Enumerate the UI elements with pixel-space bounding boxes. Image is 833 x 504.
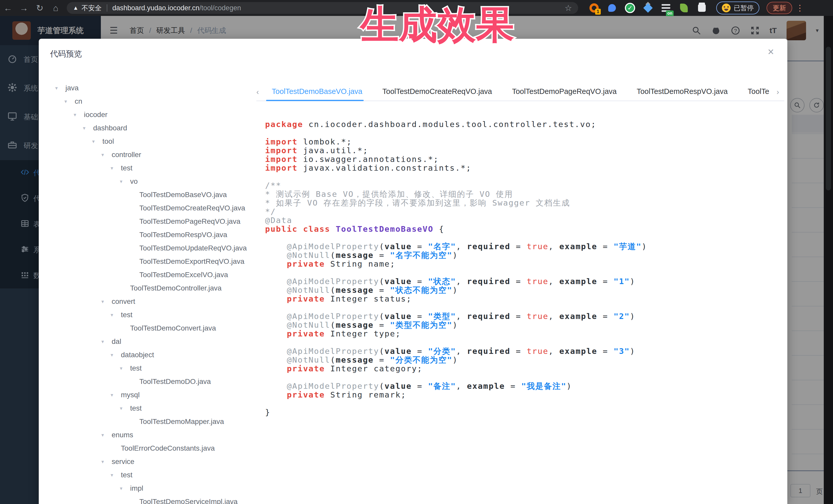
tab-file-4[interactable]: ToolTe <box>748 87 769 97</box>
caret-down-icon[interactable]: ▾ <box>120 365 130 371</box>
code-token: true <box>527 346 548 356</box>
tree-node-folder[interactable]: ▾dataobject <box>39 348 259 362</box>
tree-node-folder[interactable]: ▾test <box>39 162 259 175</box>
profile-paused-chip[interactable]: 已暂停 <box>716 2 759 15</box>
tree-node-file[interactable]: ToolTestDemoUpdateReqVO.java <box>39 241 259 255</box>
caret-down-icon[interactable]: ▾ <box>74 112 84 118</box>
code-token: "分类不能为空" <box>390 355 452 364</box>
code-token: "状态不能为空" <box>390 285 452 295</box>
forward-icon[interactable]: → <box>16 3 32 13</box>
tree-node-file[interactable]: ToolTestDemoConvert.java <box>39 321 259 335</box>
tree-node-file[interactable]: ToolTestDemoExcelVO.java <box>39 268 259 282</box>
tree-node-folder[interactable]: ▾test <box>39 308 259 321</box>
bookmark-star-icon[interactable]: ☆ <box>565 3 572 13</box>
extension-orange-ring-icon[interactable]: 1 <box>589 2 600 14</box>
caret-down-icon[interactable]: ▾ <box>101 152 112 158</box>
tree-node-folder[interactable]: ▾test <box>39 402 259 415</box>
code-line: @NotNull(message = "类型不能为空") <box>265 320 647 329</box>
caret-down-icon[interactable]: ▾ <box>111 392 121 398</box>
caret-down-icon[interactable]: ▾ <box>120 485 130 491</box>
code-token <box>265 277 287 286</box>
code-token <box>265 390 287 399</box>
code-token: public class <box>265 224 330 234</box>
tree-node-folder[interactable]: ▾service <box>39 455 259 468</box>
code-token: java.util.*; <box>298 146 368 155</box>
tree-node-file[interactable]: ToolTestDemoMapper.java <box>39 415 259 428</box>
extension-green-check-icon[interactable]: ✓ <box>624 2 636 14</box>
security-warning-icon[interactable]: ▲ <box>73 5 78 11</box>
tab-file-3[interactable]: ToolTestDemoRespVO.java <box>637 87 728 97</box>
code-token: ( <box>330 285 336 295</box>
tree-node-folder[interactable]: ▾enums <box>39 428 259 442</box>
tree-node-folder[interactable]: ▾controller <box>39 148 259 162</box>
caret-down-icon[interactable]: ▾ <box>101 459 112 465</box>
code-token: ( <box>330 320 336 330</box>
caret-down-icon[interactable]: ▾ <box>65 98 75 104</box>
caret-down-icon[interactable]: ▾ <box>101 432 112 438</box>
tree-node-folder[interactable]: ▾test <box>39 362 259 375</box>
tree-node-folder[interactable]: ▾test <box>39 468 259 482</box>
caret-down-icon[interactable]: ▾ <box>101 298 112 305</box>
caret-down-icon[interactable]: ▾ <box>83 125 93 131</box>
caret-down-icon[interactable]: ▾ <box>120 405 130 411</box>
code-line: import lombok.*; <box>265 137 647 146</box>
tree-node-file[interactable]: ToolTestDemoRespVO.java <box>39 228 259 241</box>
code-token: ) <box>630 346 636 356</box>
caret-down-icon[interactable]: ▾ <box>55 85 66 91</box>
tree-node-file[interactable]: ToolTestDemoCreateReqVO.java <box>39 201 259 215</box>
tree-node-file[interactable]: ToolTestDemoDO.java <box>39 375 259 388</box>
tab-file-1[interactable]: ToolTestDemoCreateReqVO.java <box>382 87 492 97</box>
caret-down-icon[interactable]: ▾ <box>101 338 112 345</box>
caret-down-icon[interactable]: ▾ <box>111 165 121 171</box>
caret-down-icon[interactable]: ▾ <box>111 472 121 478</box>
file-tabs-bar: ‹ ToolTestDemoBaseVO.javaToolTestDemoCre… <box>256 82 787 102</box>
tree-node-file[interactable]: ToolTestDemoController.java <box>39 282 259 295</box>
extension-blue-diamond-icon[interactable] <box>642 2 653 14</box>
extension-blue-drop-icon[interactable] <box>606 2 618 14</box>
tree-node-folder[interactable]: ▾tool <box>39 135 259 148</box>
code-token: import <box>265 163 298 172</box>
tree-node-label: enums <box>112 431 133 439</box>
tree-node-file[interactable]: ToolTestDemoExportReqVO.java <box>39 255 259 268</box>
close-icon[interactable]: × <box>767 46 774 57</box>
caret-down-icon[interactable]: ▾ <box>111 352 121 358</box>
code-line: @NotNull(message = "状态不能为空") <box>265 286 647 294</box>
app-viewport: 芋道管理系统 首页系统基础研发 代代表系数 ☰ 首页 / 研发工具 / 代码生成… <box>0 16 833 504</box>
tree-node-file[interactable]: ToolTestDemoPageReqVO.java <box>39 215 259 228</box>
caret-down-icon[interactable]: ▾ <box>120 178 130 185</box>
code-token: = <box>374 250 390 260</box>
caret-down-icon[interactable]: ▾ <box>111 312 121 318</box>
tree-node-folder[interactable]: ▾mysql <box>39 388 259 402</box>
code-token <box>265 355 287 364</box>
code-token: , <box>548 242 559 251</box>
code-token <box>265 320 287 330</box>
tree-node-folder[interactable]: ▾dal <box>39 335 259 348</box>
tree-node-folder[interactable]: ▾vo <box>39 175 259 188</box>
tree-node-folder[interactable]: ▾iocoder <box>39 108 259 121</box>
code-token: * 测试示例 Base VO，提供给添加、修改、详细的子 VO 使用 <box>265 189 513 199</box>
extension-puzzle-icon[interactable] <box>696 2 708 14</box>
caret-down-icon[interactable]: ▾ <box>92 138 102 144</box>
code-token: ) <box>452 320 458 330</box>
tree-node-folder[interactable]: ▾dashboard <box>39 121 259 135</box>
tree-node-file[interactable]: ToolErrorCodeConstants.java <box>39 442 259 455</box>
back-icon[interactable]: ← <box>0 3 16 13</box>
extension-plant-icon[interactable] <box>678 2 690 14</box>
reload-icon[interactable]: ↻ <box>32 3 48 13</box>
tree-node-folder[interactable]: ▾java <box>39 81 259 95</box>
extension-list-icon[interactable]: on <box>660 2 672 14</box>
tree-node-folder[interactable]: ▾convert <box>39 295 259 308</box>
tabs-scroll-right-icon[interactable]: › <box>777 88 787 96</box>
tab-file-2[interactable]: ToolTestDemoPageReqVO.java <box>512 87 617 97</box>
browser-menu-icon[interactable]: ⋮ <box>796 3 804 13</box>
code-token: private <box>287 329 325 338</box>
tree-node-file[interactable]: ToolTestDemoServiceImpl.java <box>39 495 259 504</box>
tree-node-folder[interactable]: ▾impl <box>39 482 259 495</box>
tab-file-0[interactable]: ToolTestDemoBaseVO.java <box>272 87 362 97</box>
code-token: ) <box>630 312 636 321</box>
home-icon[interactable]: ⌂ <box>48 3 64 13</box>
tree-node-folder[interactable]: ▾cn <box>39 95 259 108</box>
browser-update-button[interactable]: 更新 <box>766 2 792 14</box>
tree-node-file[interactable]: ToolTestDemoBaseVO.java <box>39 188 259 201</box>
tabs-scroll-left-icon[interactable]: ‹ <box>256 88 267 96</box>
